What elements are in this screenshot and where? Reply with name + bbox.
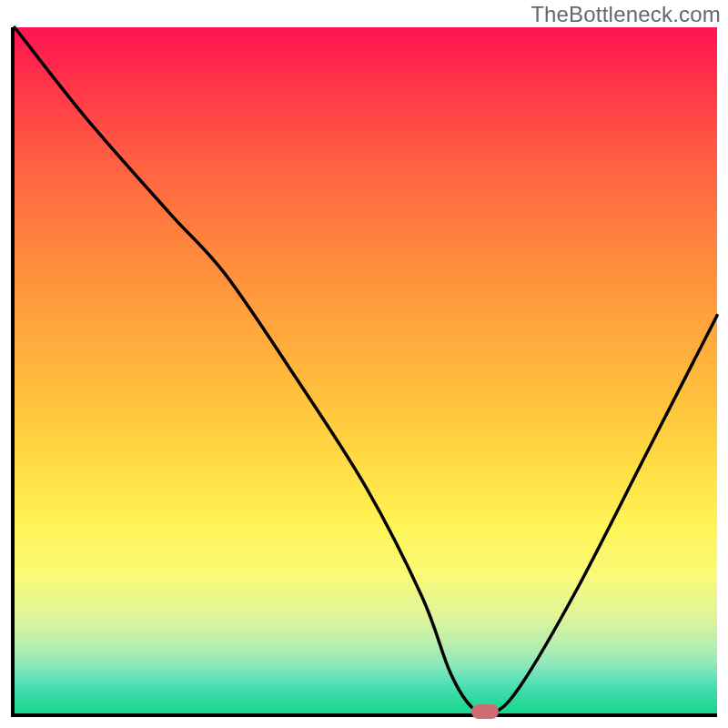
bottleneck-curve xyxy=(15,27,717,713)
optimal-marker xyxy=(471,704,499,719)
chart-frame: TheBottleneck.com xyxy=(0,0,728,728)
watermark-text: TheBottleneck.com xyxy=(531,2,721,27)
plot-area xyxy=(11,27,717,717)
